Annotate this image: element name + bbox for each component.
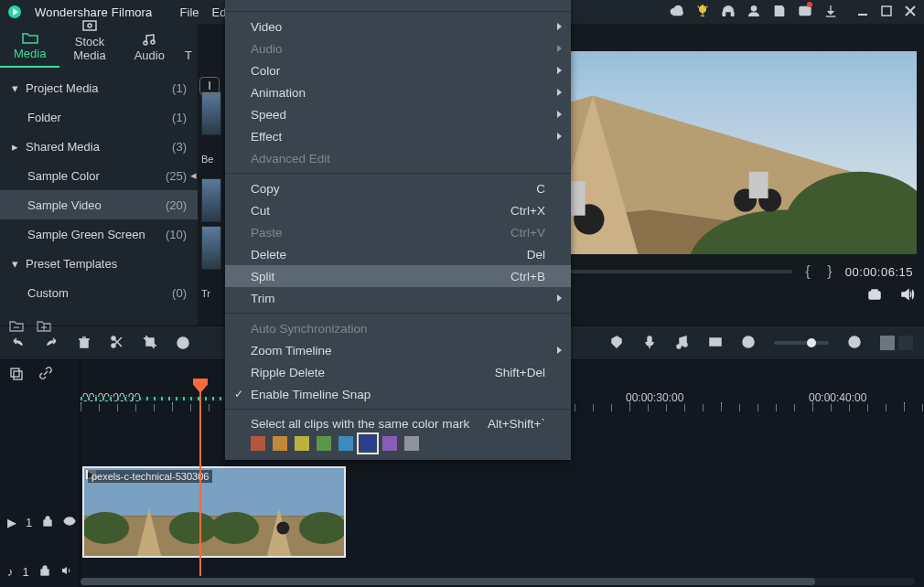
menu-file[interactable]: File (180, 5, 199, 19)
video-track-header[interactable]: ▶ 1 (0, 510, 80, 534)
tree-custom[interactable]: Custom (0) (0, 278, 198, 307)
crop-button[interactable] (143, 335, 157, 352)
lock-icon[interactable] (38, 564, 51, 580)
color-swatch[interactable] (295, 436, 309, 451)
tab-more[interactable]: T (179, 48, 198, 68)
message-icon[interactable] (798, 4, 812, 21)
tree-sample-green[interactable]: Sample Green Screen (10) (0, 219, 198, 249)
tree-shared-media[interactable]: ▸ Shared Media (3) (0, 132, 198, 161)
menu-trim[interactable]: Trim (225, 287, 571, 309)
menu-speed[interactable]: Speed (225, 103, 571, 125)
minimize-button[interactable] (856, 5, 869, 20)
svg-line-5 (698, 5, 699, 6)
media-thumbnail[interactable] (201, 226, 221, 270)
video-clip[interactable]: ▶ pexels-c-technical-530306 (82, 466, 346, 558)
volume-icon[interactable] (900, 287, 915, 304)
tree-sample-color[interactable]: Sample Color (25) (0, 161, 198, 190)
tree-preset-templates[interactable]: ▾ Preset Templates (0, 249, 198, 278)
window-controls (856, 5, 917, 20)
color-swatch[interactable] (251, 436, 265, 451)
menu-video[interactable]: Video (225, 16, 571, 37)
download-icon[interactable] (823, 4, 838, 21)
redo-button[interactable] (44, 335, 59, 352)
playhead[interactable] (199, 386, 201, 576)
audio-track-header[interactable]: ♪ 1 (0, 560, 80, 583)
tab-audio[interactable]: Audio (120, 33, 179, 68)
keyframe-icon[interactable] (708, 335, 723, 352)
svg-point-88 (276, 521, 289, 534)
voiceover-icon[interactable] (642, 335, 657, 352)
svg-rect-73 (14, 371, 22, 379)
menu-enable-snap[interactable]: Enable Timeline Snap (225, 383, 571, 405)
menu-color[interactable]: Color (225, 59, 571, 81)
color-swatch[interactable] (360, 436, 375, 451)
bulb-icon[interactable] (695, 4, 710, 21)
import-button[interactable]: I (199, 77, 220, 95)
svg-rect-9 (731, 12, 734, 16)
link-icon[interactable] (38, 366, 53, 383)
media-thumbnail[interactable] (201, 178, 221, 222)
tab-stock-media[interactable]: Stock Media (59, 19, 119, 68)
new-folder-minus-icon[interactable] (9, 318, 24, 336)
view-large[interactable] (880, 336, 895, 350)
zoom-thumb[interactable] (807, 338, 816, 347)
zoom-slider[interactable] (774, 341, 829, 345)
save-icon[interactable] (772, 4, 787, 21)
color-swatch[interactable] (338, 436, 353, 451)
view-toggle[interactable] (880, 336, 913, 350)
color-swatch[interactable] (382, 436, 397, 451)
audio-mixer-icon[interactable] (675, 335, 690, 352)
lock-icon[interactable] (41, 515, 54, 530)
menu-effect[interactable]: Effect (225, 125, 571, 147)
svg-point-21 (151, 40, 155, 44)
tree-folder[interactable]: Folder (1) (0, 102, 198, 132)
menu-shortcut: Ctrl+B (510, 270, 545, 283)
color-swatch[interactable] (317, 436, 331, 451)
scrollbar-thumb[interactable] (81, 578, 815, 585)
headphones-icon[interactable] (721, 4, 736, 21)
visibility-icon[interactable] (63, 515, 76, 530)
close-button[interactable] (904, 5, 917, 20)
track-manager-icon[interactable] (9, 366, 24, 383)
svg-rect-72 (11, 368, 19, 377)
menu-label: Animation (251, 86, 306, 100)
new-folder-plus-icon[interactable] (37, 318, 51, 336)
menu-zoom-timeline[interactable]: Zoom Timeline (225, 339, 571, 361)
color-swatch[interactable] (404, 436, 419, 451)
media-thumbnail[interactable] (201, 91, 221, 135)
snapshot-icon[interactable] (867, 287, 882, 304)
cloud-icon[interactable] (670, 4, 684, 21)
menu-shortcut: Shift+Del (495, 366, 545, 379)
tab-audio-label: Audio (134, 48, 165, 62)
zoom-out-icon[interactable] (741, 335, 756, 352)
user-icon[interactable] (747, 4, 761, 21)
split-button[interactable] (110, 335, 124, 352)
zoom-in-icon[interactable] (847, 335, 862, 352)
color-swatch[interactable] (273, 436, 287, 451)
menu-animation[interactable]: Animation (225, 81, 571, 103)
menu-copy[interactable]: CopyC (225, 177, 571, 199)
chevron-left-icon[interactable]: ◂ (190, 168, 203, 183)
video-track-icon: ▶ (7, 516, 16, 529)
svg-rect-15 (882, 6, 891, 16)
menu-ripple-delete[interactable]: Ripple DeleteShift+Del (225, 361, 571, 383)
undo-button[interactable] (11, 335, 26, 352)
view-small[interactable] (898, 336, 913, 350)
mark-out-icon[interactable]: } (823, 263, 836, 280)
marker-icon[interactable] (609, 335, 624, 352)
mark-in-icon[interactable]: { (801, 263, 814, 280)
tree-label: Folder (27, 111, 172, 124)
speed-button[interactable] (176, 335, 190, 352)
maximize-button[interactable] (880, 5, 893, 20)
mute-icon[interactable] (60, 564, 73, 580)
menu-select-by-color[interactable]: Select all clips with the same color mar… (225, 413, 571, 436)
menu-split[interactable]: SplitCtrl+B (225, 265, 571, 287)
menu-cut[interactable]: CutCtrl+X (225, 199, 571, 221)
delete-button[interactable] (77, 335, 91, 352)
tree-sample-video[interactable]: Sample Video (20) (0, 190, 198, 219)
timeline-scrollbar[interactable] (81, 578, 915, 585)
tab-media[interactable]: Media (0, 31, 59, 68)
video-track[interactable]: ▶ pexels-c-technical-530306 (81, 466, 924, 558)
menu-delete[interactable]: DeleteDel (225, 243, 571, 265)
tree-project-media[interactable]: ▾ Project Media (1) (0, 73, 198, 102)
